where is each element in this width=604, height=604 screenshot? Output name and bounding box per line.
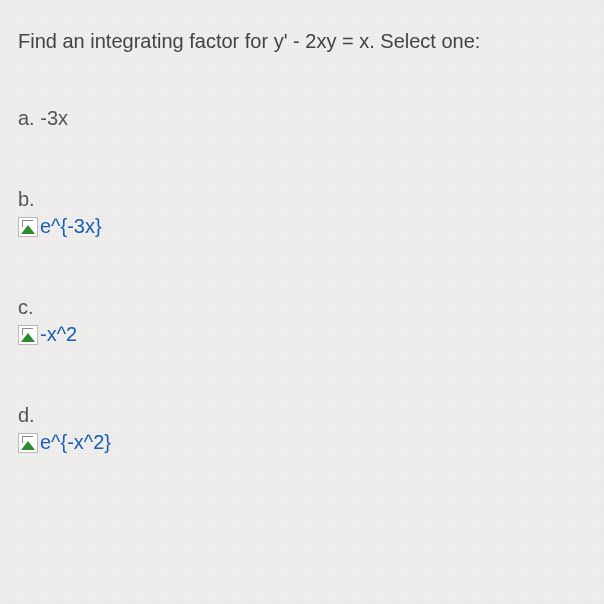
broken-image-icon — [18, 325, 38, 345]
option-d-label: d. — [18, 404, 586, 427]
broken-image-icon — [18, 433, 38, 453]
option-d-alt: e^{-x^2} — [40, 431, 111, 454]
broken-image-icon — [18, 217, 38, 237]
option-a[interactable]: a. -3x — [18, 107, 586, 130]
option-c-label: c. — [18, 296, 586, 319]
option-b-alt: e^{-3x} — [40, 215, 102, 238]
option-c-alt: -x^2 — [40, 323, 77, 346]
option-c[interactable]: c. -x^2 — [18, 296, 586, 346]
option-c-content: -x^2 — [18, 323, 586, 346]
option-a-label: a. -3x — [18, 107, 68, 129]
option-b[interactable]: b. e^{-3x} — [18, 188, 586, 238]
option-d-content: e^{-x^2} — [18, 431, 586, 454]
option-d[interactable]: d. e^{-x^2} — [18, 404, 586, 454]
question-text: Find an integrating factor for y' - 2xy … — [18, 28, 586, 55]
option-b-label: b. — [18, 188, 586, 211]
option-b-content: e^{-3x} — [18, 215, 586, 238]
